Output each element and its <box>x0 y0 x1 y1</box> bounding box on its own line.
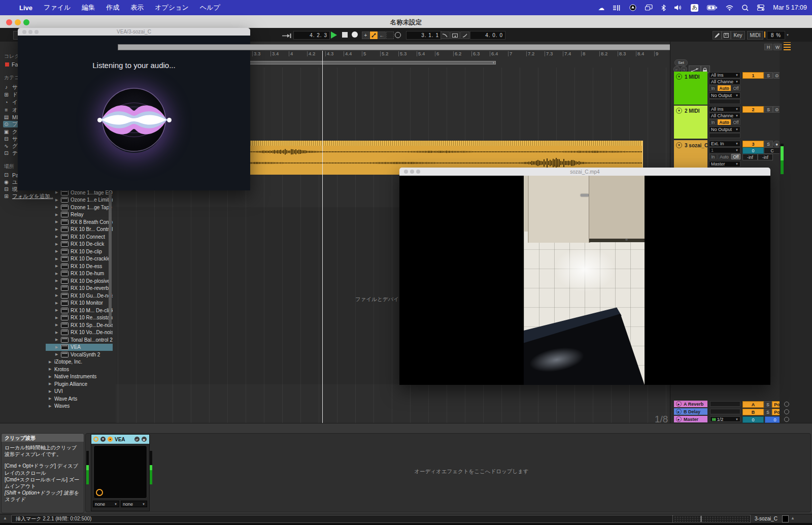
playhead[interactable] <box>322 51 323 423</box>
vea-plugin-window[interactable]: VEA/3-sozai_C Listening to your audio... <box>18 28 250 190</box>
track-3-name[interactable]: ▼3 sozai_C <box>676 142 708 148</box>
plugin-item-21[interactable]: ▶VEA <box>46 344 113 351</box>
track-fold-icon[interactable]: ▼ <box>676 74 682 80</box>
disclosure-triangle-icon[interactable]: ▶ <box>55 235 59 239</box>
control-center-icon[interactable] <box>757 5 764 11</box>
play-button[interactable] <box>331 31 337 39</box>
disclosure-triangle-icon[interactable]: ▶ <box>55 242 59 246</box>
vea-device[interactable]: ▼ ● VEA ⇄ ▣ none▼ none▼ <box>91 434 150 511</box>
cpu-meter[interactable]: 8 % <box>767 31 785 40</box>
plugin-item-12[interactable]: ▶RX 10 De-plosive <box>46 277 113 285</box>
plugin-item-17[interactable]: ▶RX 10 Re...ssistant <box>46 314 113 322</box>
battery-icon[interactable] <box>707 5 717 10</box>
plugin-item-5[interactable]: ▶RX 10 Br... Control <box>46 226 113 234</box>
plugin-item-13[interactable]: ▶RX 10 De-reverb <box>46 285 113 292</box>
device-hotswap-icon[interactable]: ● <box>108 437 113 442</box>
return-a-name[interactable]: ▶A Reverb <box>674 401 707 407</box>
track-3-monitor-switch[interactable]: InAutoOff <box>709 154 740 159</box>
ableton-status-icon[interactable] <box>613 5 621 11</box>
disclosure-triangle-icon[interactable]: ▶ <box>49 397 52 401</box>
back-to-arrangement-button[interactable] <box>395 32 401 38</box>
plugin-item-3[interactable]: ▶Relay <box>46 211 113 219</box>
cpu-dropdown-icon[interactable]: ▼ <box>786 34 789 37</box>
plugin-item-16[interactable]: ▶RX 10 M... De-click <box>46 307 113 314</box>
plugin-item-6[interactable]: ▶RX 10 Connect <box>46 233 113 241</box>
return-a-meter-icon[interactable] <box>784 402 789 407</box>
return-fold-icon[interactable]: ▶ <box>676 409 682 414</box>
master-meter-icon[interactable] <box>784 417 789 422</box>
vea-device-header[interactable]: ▼ ● VEA ⇄ ▣ <box>91 435 149 444</box>
track-3-input-select[interactable]: Ext. In▼ <box>709 141 740 147</box>
arrangement-overview-strip[interactable] <box>118 44 670 50</box>
disclosure-triangle-icon[interactable]: ▶ <box>49 375 52 379</box>
disclosure-triangle-icon[interactable]: ▶ <box>55 257 59 261</box>
midi-editor-h-button[interactable]: H <box>764 44 772 50</box>
device-selector-left[interactable]: none▼ <box>93 501 119 507</box>
track-1-monitor-switch[interactable]: InAutoOff <box>709 85 740 91</box>
vendor-folder-4[interactable]: ▶UVI <box>46 388 113 396</box>
disclosure-triangle-icon[interactable]: ▶ <box>55 227 59 232</box>
plugin-item-8[interactable]: ▶RX 10 De-clip <box>46 248 113 255</box>
status-right-arrow-icon[interactable]: ▲ <box>791 516 795 520</box>
status-clip-color-box[interactable] <box>782 515 789 522</box>
return-b-solo-button[interactable]: S <box>764 409 772 415</box>
track-2-name[interactable]: ▼2 MIDI <box>676 108 699 114</box>
track-fold-icon[interactable]: ▼ <box>676 142 682 148</box>
overview-hamburger-icon[interactable] <box>784 42 791 50</box>
plugin-item-4[interactable]: ▶RX 8 Breath Control <box>46 218 113 226</box>
return-b-send-button[interactable]: B <box>742 409 764 415</box>
disclosure-triangle-icon[interactable]: ▶ <box>49 360 52 364</box>
automation-arm-button[interactable] <box>370 31 378 39</box>
track-1-channel-select[interactable]: All Channe▼ <box>709 79 740 85</box>
return-a-solo-button[interactable]: S <box>764 401 772 408</box>
wifi-icon[interactable] <box>726 5 733 11</box>
record-button[interactable] <box>352 31 358 38</box>
master-fold-icon[interactable]: ▶ <box>676 416 682 422</box>
vendor-folder-3[interactable]: ▶Plugin Alliance <box>46 380 113 388</box>
status-left-arrow-icon[interactable]: ▲ <box>3 516 7 520</box>
disclosure-triangle-icon[interactable]: ▶ <box>55 293 59 298</box>
punch-out-button[interactable] <box>460 31 469 39</box>
return-a-send-button[interactable]: A <box>742 401 764 408</box>
disclosure-triangle-icon[interactable]: ▶ <box>55 338 59 342</box>
track-2-arm-button[interactable]: 2 <box>742 106 764 113</box>
track-3-channel-select[interactable]: 1▼ <box>709 147 740 153</box>
disclosure-triangle-icon[interactable]: ▶ <box>55 213 59 217</box>
plugin-item-20[interactable]: ▶Tonal Bal...ontrol 2 <box>46 336 113 344</box>
track-2-solo-button[interactable]: S <box>764 106 773 113</box>
loop-length-display[interactable]: 4. 0. 0 <box>470 31 505 40</box>
vendor-folder-0[interactable]: ▶iZotope, Inc. <box>46 358 113 366</box>
track-1-name[interactable]: ▼1 MIDI <box>676 74 699 80</box>
menu-item-6[interactable]: ヘルプ <box>200 3 220 12</box>
cloud-icon[interactable]: ☁ <box>598 4 605 12</box>
plugin-item-22[interactable]: ▶VocalSynth 2 <box>46 351 113 358</box>
disclosure-triangle-icon[interactable]: ▶ <box>55 205 59 209</box>
track-1-input-select[interactable]: All Ins▼ <box>709 72 740 78</box>
track-2-extra-box[interactable] <box>709 133 740 138</box>
capture-midi-button[interactable] <box>386 31 394 39</box>
track-fold-icon[interactable]: ▼ <box>676 108 682 114</box>
plugin-item-1[interactable]: ▶Ozone 1...e Limiter <box>46 196 113 204</box>
disclosure-triangle-icon[interactable]: ▶ <box>55 190 59 194</box>
vendor-folder-2[interactable]: ▶Native Instruments <box>46 373 113 381</box>
plugin-item-10[interactable]: ▶RX 10 De-ess <box>46 262 113 270</box>
return-fold-icon[interactable]: ▶ <box>676 401 682 407</box>
device-save-icon[interactable]: ▣ <box>142 437 147 442</box>
add-locator-button[interactable]: + <box>362 31 369 39</box>
menu-item-1[interactable]: ファイル <box>44 3 71 12</box>
stop-button[interactable] <box>342 32 348 38</box>
track-1-output-select[interactable]: No Output▼ <box>709 92 740 99</box>
device-chain-area[interactable]: ▼ ● VEA ⇄ ▣ none▼ none▼ オーディオエフェクトをここへドロ… <box>85 433 811 512</box>
track-1-solo-button[interactable]: S <box>764 72 773 79</box>
disclosure-triangle-icon[interactable]: ▶ <box>55 316 59 320</box>
loop-brace[interactable]: ‹ <box>217 61 496 64</box>
menu-item-2[interactable]: 編集 <box>82 3 95 12</box>
menu-item-0[interactable]: Live <box>19 4 32 12</box>
record-app-icon[interactable] <box>629 4 636 11</box>
vendor-folder-5[interactable]: ▶Wave Arts <box>46 395 113 403</box>
punch-in-button[interactable] <box>441 31 450 39</box>
set-locator-button[interactable]: Set <box>674 59 688 66</box>
loop-button[interactable] <box>450 31 460 39</box>
menu-item-5[interactable]: オプション <box>155 3 189 12</box>
re-enable-automation-button[interactable]: ← <box>378 31 386 39</box>
